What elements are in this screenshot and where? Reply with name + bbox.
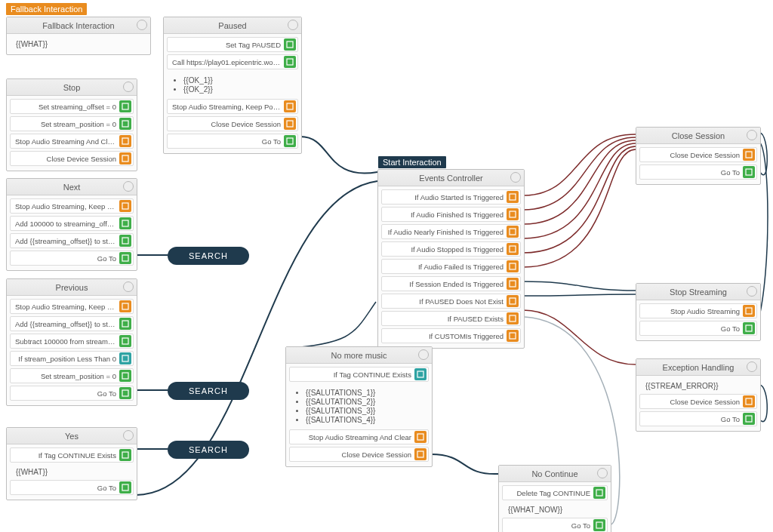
gear-icon[interactable] — [418, 349, 429, 360]
action-row-events-3[interactable]: If Audio Stopped Is Triggered — [381, 241, 521, 257]
node-yes[interactable]: YesIf Tag CONTINUE Exists{{WHAT}}Go To — [6, 427, 137, 500]
action-row-next-1[interactable]: Add 100000 to streaming_offset — [10, 216, 134, 231]
node-stopstream[interactable]: Stop StreamingStop Audio StreamingGo To — [636, 283, 761, 341]
action-row-events-0[interactable]: If Audio Started Is Triggered — [381, 189, 521, 204]
action-row-paused-3[interactable]: Close Device Session — [167, 116, 298, 131]
action-row-exception-0[interactable]: Close Device Session — [639, 394, 757, 409]
action-row-closesession-0[interactable]: Close Device Session — [639, 147, 757, 162]
node-title[interactable]: No more music — [286, 347, 432, 364]
close-icon — [119, 152, 131, 165]
node-paused[interactable]: PausedSet Tag PAUSEDCall https://play01.… — [163, 17, 302, 154]
node-title[interactable]: Paused — [164, 17, 301, 34]
action-row-closesession-1[interactable]: Go To — [639, 165, 757, 180]
action-row-previous-1[interactable]: Add {{streaming_offset}} to stream_p... — [10, 316, 134, 331]
action-row-events-6[interactable]: If PAUSED Does Not Exist — [381, 294, 521, 309]
action-row-next-2[interactable]: Add {{streaming_offset}} to stream_p... — [10, 233, 134, 248]
action-row-yes-0[interactable]: If Tag CONTINUE Exists — [10, 447, 134, 463]
action-row-exception-1[interactable]: Go To — [639, 411, 757, 426]
action-row-previous-0[interactable]: Stop Audio Streaming, Keep Position — [10, 299, 134, 314]
action-row-paused-1[interactable]: Call https://play01.epicentric.world/end… — [167, 54, 298, 69]
action-row-paused-2[interactable]: Stop Audio Streaming, Keep Position — [167, 99, 298, 114]
node-fallback[interactable]: Fallback Interaction{{WHAT}} — [6, 17, 151, 55]
action-row-events-4[interactable]: If Audio Failed Is Triggered — [381, 259, 521, 274]
gear-icon[interactable] — [747, 130, 757, 140]
node-events[interactable]: Events ControllerIf Audio Started Is Tri… — [377, 169, 525, 349]
action-row-next-0[interactable]: Stop Audio Streaming, Keep Position — [10, 198, 134, 214]
svg-rect-0 — [122, 103, 128, 109]
svg-rect-15 — [122, 484, 128, 490]
action-label: Close Device Session — [645, 398, 743, 406]
gear-icon[interactable] — [123, 430, 134, 441]
pill-search-3[interactable]: SEARCH — [168, 441, 249, 459]
action-row-paused-4[interactable]: Go To — [167, 134, 298, 149]
action-label: Set Tag PAUSED — [172, 41, 284, 49]
node-title[interactable]: Previous — [7, 279, 137, 296]
node-title[interactable]: No Continue — [499, 466, 611, 482]
pill-search-2[interactable]: SEARCH — [168, 382, 249, 400]
action-row-previous-4[interactable]: Set stream_position = 0 — [10, 368, 134, 383]
node-title[interactable]: Stop Streaming — [636, 284, 760, 300]
action-row-nocontinue-0[interactable]: Delete Tag CONTINUE — [502, 485, 608, 500]
action-row-paused-0[interactable]: Set Tag PAUSED — [167, 37, 298, 52]
node-plain-text: {{WHAT}} — [10, 465, 134, 478]
if-icon — [119, 449, 131, 461]
action-row-previous-3[interactable]: If stream_position Less Than 0 — [10, 351, 134, 366]
action-row-events-2[interactable]: If Audio Nearly Finished Is Triggered — [381, 224, 521, 239]
action-row-stop-3[interactable]: Close Device Session — [10, 151, 134, 166]
action-label: Set stream_position = 0 — [15, 372, 119, 380]
node-nocontinue[interactable]: No ContinueDelete Tag CONTINUE{{WHAT_NOW… — [498, 465, 611, 532]
action-row-previous-5[interactable]: Go To — [10, 386, 134, 401]
node-next[interactable]: NextStop Audio Streaming, Keep PositionA… — [6, 178, 137, 271]
action-row-stopstream-0[interactable]: Stop Audio Streaming — [639, 303, 757, 318]
node-exception[interactable]: Exception Handling{{STREAM_ERROR}}Close … — [636, 358, 761, 432]
flow-canvas[interactable]: Fallback Interaction Start Interaction S… — [0, 0, 773, 532]
node-title[interactable]: Close Session — [636, 128, 760, 144]
node-stop[interactable]: StopSet streaming_offset = 0Set stream_p… — [6, 78, 137, 171]
node-title[interactable]: Exception Handling — [636, 359, 760, 376]
action-row-nomore-1[interactable]: Stop Audio Streaming And Clear — [289, 429, 429, 444]
action-row-nocontinue-1[interactable]: Go To — [502, 518, 608, 532]
gear-icon[interactable] — [747, 286, 757, 297]
gear-icon[interactable] — [123, 181, 134, 192]
action-row-nomore-2[interactable]: Close Device Session — [289, 447, 429, 462]
action-row-yes-1[interactable]: Go To — [10, 480, 134, 495]
action-row-stop-0[interactable]: Set streaming_offset = 0 — [10, 99, 134, 114]
action-row-previous-2[interactable]: Subtract 100000 from stream_position — [10, 334, 134, 349]
gear-icon[interactable] — [123, 281, 134, 292]
node-title-text: Events Controller — [419, 174, 482, 183]
trigger-icon — [507, 226, 519, 238]
svg-rect-23 — [510, 229, 516, 235]
node-closesession[interactable]: Close SessionClose Device SessionGo To — [636, 127, 761, 185]
node-title-text: Paused — [218, 21, 246, 30]
node-title-text: Next — [63, 183, 81, 192]
action-label: Go To — [15, 484, 119, 492]
action-row-next-3[interactable]: Go To — [10, 251, 134, 266]
gear-icon[interactable] — [123, 81, 134, 92]
gear-icon[interactable] — [137, 20, 147, 30]
node-body: If Tag CONTINUE Exists{{WHAT}}Go To — [7, 444, 137, 500]
action-label: Call https://play01.epicentric.world/end… — [172, 58, 284, 66]
action-row-stop-2[interactable]: Stop Audio Streaming And Clear — [10, 134, 134, 149]
action-row-nomore-0[interactable]: If Tag CONTINUE Exists — [289, 367, 429, 382]
action-row-events-1[interactable]: If Audio Finished Is Triggered — [381, 207, 521, 222]
node-title[interactable]: Stop — [7, 79, 137, 96]
action-row-stopstream-1[interactable]: Go To — [639, 321, 757, 336]
action-row-stop-1[interactable]: Set stream_position = 0 — [10, 116, 134, 131]
pill-search-1[interactable]: SEARCH — [168, 247, 249, 265]
svg-rect-36 — [746, 325, 752, 331]
action-row-events-5[interactable]: If Session Ended Is Triggered — [381, 276, 521, 291]
action-label: Stop Audio Streaming And Clear — [15, 137, 119, 146]
node-previous[interactable]: PreviousStop Audio Streaming, Keep Posit… — [6, 278, 137, 406]
gear-icon[interactable] — [288, 20, 298, 30]
node-title[interactable]: Events Controller — [378, 170, 524, 186]
action-label: Close Device Session — [172, 120, 284, 128]
node-nomore[interactable]: No more musicIf Tag CONTINUE Exists{{SAL… — [285, 346, 433, 467]
node-title[interactable]: Fallback Interaction — [7, 17, 150, 34]
action-row-events-7[interactable]: If PAUSED Exists — [381, 311, 521, 326]
node-title[interactable]: Next — [7, 179, 137, 195]
node-title[interactable]: Yes — [7, 428, 137, 444]
gear-icon[interactable] — [510, 172, 521, 183]
gear-icon[interactable] — [597, 468, 608, 478]
action-row-events-8[interactable]: If CUSTOMIs Triggered — [381, 328, 521, 343]
gear-icon[interactable] — [747, 361, 757, 372]
